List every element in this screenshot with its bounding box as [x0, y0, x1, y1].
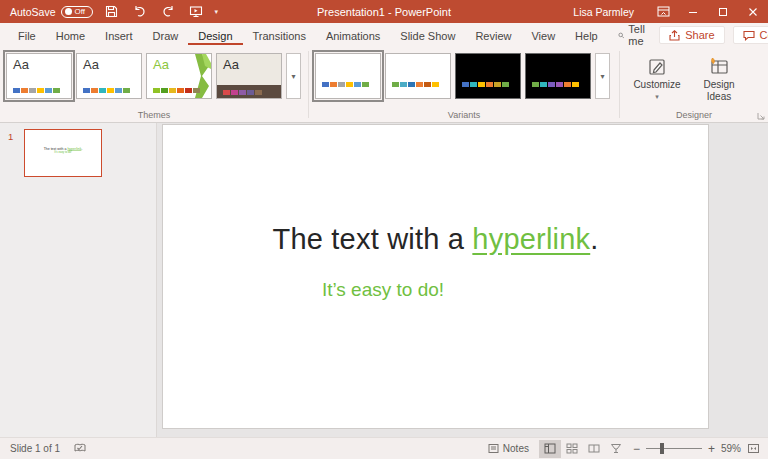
tell-me-label: Tell me	[628, 23, 649, 47]
tab-insert[interactable]: Insert	[95, 26, 143, 45]
statusbar-right: Notes	[484, 440, 768, 458]
themes-gallery: Aa Aa Aa Aa	[6, 53, 282, 99]
title-prefix: The text with a	[273, 223, 473, 255]
slide-sorter-icon	[566, 443, 578, 454]
tab-design[interactable]: Design	[188, 26, 242, 45]
themes-group-label: Themes	[0, 110, 308, 120]
theme-aa-label: Aa	[13, 57, 29, 72]
ribbon-design-panel: Aa Aa Aa Aa ▾ Themes	[0, 47, 768, 123]
autosave-control: AutoSave Off	[10, 6, 93, 18]
spell-check-icon[interactable]	[74, 443, 86, 454]
slide-thumbnail-panel: 1 The text with a hyperlink. It’s easy t…	[0, 123, 157, 437]
dialog-launcher-icon[interactable]	[757, 112, 765, 120]
share-button[interactable]: Share	[659, 26, 724, 44]
slide-sorter-view-button[interactable]	[561, 440, 583, 458]
zoom-out-button[interactable]: −	[633, 443, 640, 455]
save-icon	[105, 5, 118, 18]
tab-transitions[interactable]: Transitions	[243, 26, 316, 45]
tab-draw[interactable]: Draw	[143, 26, 189, 45]
ribbon-display-options-button[interactable]	[648, 0, 678, 23]
theme-aa-label: Aa	[223, 57, 239, 72]
undo-icon	[133, 5, 147, 18]
chevron-down-icon: ▾	[600, 72, 604, 81]
theme-aa-label: Aa	[83, 57, 99, 72]
slide-show-view-button[interactable]	[605, 440, 627, 458]
title-suffix: .	[590, 223, 598, 255]
autosave-label: AutoSave	[10, 6, 56, 18]
slide-subtitle-text[interactable]: It’s easy to do!	[163, 279, 603, 301]
variant-swatches	[462, 82, 509, 87]
minimize-button[interactable]	[678, 0, 708, 23]
slide-indicator[interactable]: Slide 1 of 1	[10, 443, 60, 454]
chevron-down-icon: ▾	[291, 72, 295, 81]
qat-more-button[interactable]: ▾	[215, 8, 219, 16]
variants-gallery	[315, 53, 591, 99]
theme-gallery[interactable]: Aa	[216, 53, 282, 99]
user-name: Lisa Parmley	[573, 6, 634, 18]
zoom-slider-handle[interactable]	[660, 443, 664, 454]
titlebar-right: Lisa Parmley	[573, 0, 768, 23]
quick-access-toolbar: AutoSave Off ▾	[0, 3, 218, 21]
notes-label: Notes	[503, 443, 529, 454]
save-button[interactable]	[103, 3, 121, 21]
slide-show-view-icon	[610, 443, 622, 454]
variant-4[interactable]	[525, 53, 591, 99]
theme-swatches	[13, 88, 60, 93]
reading-view-button[interactable]	[583, 440, 605, 458]
theme-facet[interactable]: Aa	[146, 53, 212, 99]
tell-me-box[interactable]: Tell me	[608, 23, 660, 47]
customize-icon	[647, 57, 667, 77]
undo-button[interactable]	[131, 3, 149, 21]
start-slideshow-button[interactable]	[187, 3, 205, 21]
ribbon-tab-bar: File Home Insert Draw Design Transitions…	[0, 23, 768, 47]
tab-animations[interactable]: Animations	[316, 26, 390, 45]
share-icon	[669, 30, 680, 41]
slide-canvas[interactable]: The text with a hyperlink. It’s easy to …	[163, 125, 708, 428]
designer-group: Customize ▾ Design Ideas Designer	[620, 47, 768, 122]
variant-1[interactable]	[315, 53, 381, 99]
theme-2[interactable]: Aa	[76, 53, 142, 99]
autosave-toggle[interactable]: Off	[61, 6, 93, 18]
zoom-controls: − + 59%	[633, 443, 760, 455]
view-shortcuts	[539, 440, 627, 458]
comments-button[interactable]: Comments	[733, 26, 768, 44]
zoom-percent[interactable]: 59%	[721, 443, 741, 454]
notes-button[interactable]: Notes	[484, 441, 533, 456]
customize-button[interactable]: Customize ▾	[626, 53, 688, 101]
fit-to-window-icon[interactable]	[747, 443, 760, 454]
theme-swatches	[223, 90, 270, 95]
variant-swatches	[322, 82, 369, 87]
tab-view[interactable]: View	[521, 26, 565, 45]
hyperlink-text[interactable]: hyperlink	[472, 223, 590, 255]
slide-edit-area[interactable]: The text with a hyperlink. It’s easy to …	[157, 123, 768, 437]
minimize-icon	[688, 7, 698, 17]
themes-more-button[interactable]: ▾	[286, 53, 301, 99]
themes-group: Aa Aa Aa Aa ▾ Themes	[0, 47, 308, 122]
close-button[interactable]	[738, 0, 768, 23]
variants-more-button[interactable]: ▾	[595, 53, 610, 99]
slide-title-text[interactable]: The text with a hyperlink.	[163, 223, 708, 256]
tab-home[interactable]: Home	[46, 26, 95, 45]
tab-file[interactable]: File	[8, 26, 46, 45]
search-icon	[618, 30, 625, 41]
variant-2[interactable]	[385, 53, 451, 99]
maximize-button[interactable]	[708, 0, 738, 23]
autosave-state: Off	[75, 8, 86, 16]
zoom-slider[interactable]	[646, 448, 702, 449]
thumbnail-preview-text: The text with a hyperlink. It’s easy to …	[25, 146, 101, 154]
theme-office[interactable]: Aa	[6, 53, 72, 99]
tab-slide-show[interactable]: Slide Show	[390, 26, 465, 45]
zoom-in-button[interactable]: +	[708, 443, 715, 455]
redo-icon	[161, 5, 175, 18]
design-ideas-button[interactable]: Design Ideas	[688, 53, 750, 102]
design-ideas-icon	[708, 57, 730, 77]
slide-number: 1	[8, 131, 13, 142]
variant-3[interactable]	[455, 53, 521, 99]
slide-thumbnail[interactable]: The text with a hyperlink. It’s easy to …	[24, 129, 102, 177]
normal-view-button[interactable]	[539, 440, 561, 458]
theme-aa-label: Aa	[153, 57, 169, 72]
close-icon	[748, 7, 758, 17]
tab-review[interactable]: Review	[465, 26, 521, 45]
redo-button[interactable]	[159, 3, 177, 21]
tab-help[interactable]: Help	[565, 26, 608, 45]
